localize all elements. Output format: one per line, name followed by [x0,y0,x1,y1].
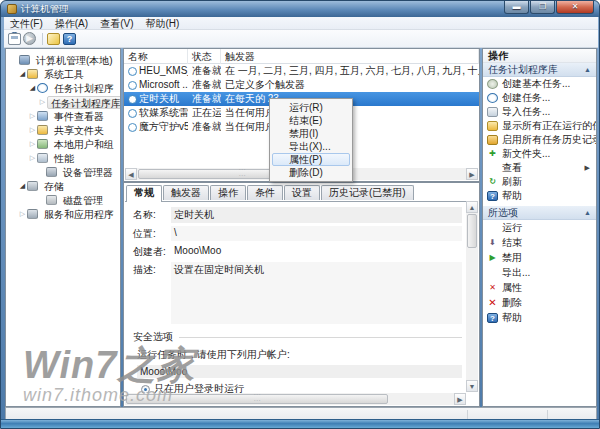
collapse-icon[interactable]: ▲ [584,63,591,77]
action-enable-task-history[interactable]: 启用所有任务历史记录 [483,133,596,147]
tree-item-task-scheduler-library[interactable]: 任务计划程序库 [6,95,120,109]
section-task-scheduler-library[interactable]: 任务计划程序库 ▲ [483,63,596,77]
context-menu-end[interactable]: 结束(E) [272,114,350,127]
tree-item-system-tools[interactable]: 系统工具 [6,67,120,81]
scroll-right-icon[interactable]: ▶ [454,393,466,405]
security-options-group: 安全选项 [133,330,462,344]
collapse-icon[interactable]: ▲ [584,206,591,220]
export-list-icon[interactable] [47,33,60,45]
window-controls: ▬ ❐ ✕ [503,1,594,14]
new-folder-icon: ✚ [487,149,498,159]
minimize-button[interactable]: ▬ [504,1,529,14]
tab-conditions[interactable]: 条件 [247,185,283,200]
help-icon: ? [487,191,498,201]
task-clock-icon [128,67,137,76]
tree-item-local-users-groups[interactable]: 本地用户和组 [6,137,120,151]
close-button[interactable]: ✕ [556,1,594,14]
statusbar-separator [467,410,468,419]
horizontal-scrollbar[interactable]: ▶ [125,393,466,405]
tab-history[interactable]: 历史记录(已禁用) [321,185,414,200]
expander-icon[interactable] [18,210,27,218]
tree-item-event-viewer[interactable]: 事件查看器 [6,109,120,123]
action-show-running-tasks[interactable]: 显示所有正在运行的任务 [483,119,596,133]
context-menu-disable[interactable]: 禁用(I) [272,127,350,140]
scroll-left-icon[interactable]: ◀ [125,168,137,180]
expander-icon[interactable] [28,126,37,134]
tab-general[interactable]: 常规 [126,185,162,202]
section-selected-item[interactable]: 所选项 ▲ [483,206,596,220]
action-view[interactable]: 查看 ▶ [483,161,596,175]
show-action-pane-icon[interactable] [8,33,21,45]
forward-icon[interactable]: ▶ [23,32,36,45]
task-clock-icon [128,109,137,118]
action-disable[interactable]: ▶ 禁用 [483,250,596,265]
scrollbar-thumb[interactable] [126,394,388,404]
tree-item-disk-management[interactable]: 磁盘管理 [6,193,120,207]
tree-item-services-applications[interactable]: 服务和应用程序 [6,207,120,221]
expander-icon[interactable] [28,112,37,120]
maximize-button[interactable]: ❐ [530,1,555,14]
tree-item-computer-management[interactable]: 计算机管理(本地) [6,53,120,67]
statusbar-separator [547,410,548,419]
context-menu-export[interactable]: 导出(X)... [272,140,350,153]
context-menu-delete[interactable]: 删除(D) [272,166,350,179]
tab-triggers[interactable]: 触发器 [163,185,209,200]
table-row[interactable]: Microsoft ... 准备就绪 已定义多个触发器 [124,78,479,92]
action-help-selected[interactable]: ? 帮助 [483,310,596,325]
vertical-scrollbar[interactable]: ▲ ▼ [466,201,478,392]
list-header: 名称 状态 触发器 [124,49,479,64]
table-row[interactable]: HEU_KMS_... 准备就绪 在 一月, 二月, 三月, 四月, 五月, 六… [124,64,479,78]
tree-item-shared-folders[interactable]: 共享文件夹 [6,123,120,137]
action-new-folder[interactable]: ✚ 新文件夹... [483,147,596,161]
actions-pane: 操作 任务计划程序库 ▲ 创建基本任务... 创建任务... 导入任务... 显… [482,48,597,407]
action-run[interactable]: 运行 [483,220,596,235]
task-clock-icon [128,95,137,104]
tree-item-storage[interactable]: 存储 [6,179,120,193]
create-task-icon [487,93,498,103]
action-end[interactable]: ⬇ 结束 [483,235,596,250]
action-delete[interactable]: ✕ 删除 [483,295,596,310]
action-import-task[interactable]: 导入任务... [483,105,596,119]
action-properties[interactable]: ✕ 属性 [483,280,596,295]
tree-item-performance[interactable]: 性能 [6,151,120,165]
console-tree-pane: 计算机管理(本地) 系统工具 任务计划程序 任务计划程序库 事件查看器 共享文件… [5,48,121,407]
menu-help[interactable]: 帮助(H) [139,17,185,30]
computer-icon [19,55,30,65]
tab-settings[interactable]: 设置 [284,185,320,200]
help-icon[interactable]: ? [63,33,76,45]
name-value: 定时关机 [171,207,462,223]
flyout-arrow-icon: ▶ [585,164,590,172]
title-bar[interactable]: 计算机管理 ▬ ❐ ✕ [1,1,599,17]
expander-icon[interactable] [18,70,27,78]
action-help[interactable]: ? 帮助 [483,189,596,203]
tree-item-device-manager[interactable]: 设备管理器 [6,165,120,179]
system-tools-icon [27,69,38,79]
tab-actions[interactable]: 操作 [210,185,246,200]
account-value: Mooo\Moo [137,365,462,378]
context-menu-properties[interactable]: 属性(P) [272,153,350,166]
column-header-trigger[interactable]: 触发器 [221,49,479,64]
context-menu-run[interactable]: 运行(R) [272,101,350,114]
expander-icon[interactable] [28,154,37,162]
menu-file[interactable]: 文件(F) [4,17,49,30]
scroll-up-icon[interactable]: ▲ [466,201,478,213]
expander-icon[interactable] [28,140,37,148]
expander-icon[interactable] [28,84,37,92]
disk-management-icon [46,195,57,205]
menu-view[interactable]: 查看(V) [94,17,139,30]
services-icon [27,209,38,219]
action-export[interactable]: 导出... [483,265,596,280]
menu-action[interactable]: 操作(A) [49,17,94,30]
action-create-task[interactable]: 创建任务... [483,91,596,105]
expander-icon[interactable] [18,182,27,190]
action-create-basic-task[interactable]: 创建基本任务... [483,77,596,91]
scroll-right-icon[interactable]: ▶ [466,168,478,180]
action-refresh[interactable]: ↻ 刷新 [483,175,596,189]
scroll-down-icon[interactable]: ▼ [466,380,478,392]
window-bottom-frame [1,419,600,428]
column-header-status[interactable]: 状态 [188,49,221,64]
expander-icon[interactable] [38,98,47,106]
tree-item-task-scheduler[interactable]: 任务计划程序 [6,81,120,95]
column-header-name[interactable]: 名称 [124,49,188,64]
scrollbar-thumb[interactable] [467,214,477,248]
